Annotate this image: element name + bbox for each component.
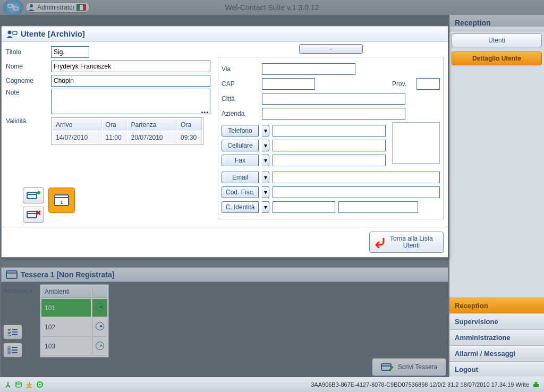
tessera-header: Tessera 1 [Non Registrata] [1, 267, 448, 282]
user-detail-panel: Utente [Archivio] Titolo Nome Cognome [1, 25, 448, 258]
svg-rect-13 [6, 271, 17, 278]
svg-rect-5 [27, 192, 37, 199]
env-row-103[interactable]: 103 [41, 338, 107, 356]
dash-button[interactable]: - [299, 44, 363, 54]
input-citta[interactable] [262, 93, 405, 105]
input-prov[interactable] [416, 78, 440, 90]
label-cognome: Cognome [6, 77, 51, 84]
status-icon-4 [36, 381, 44, 388]
input-fax[interactable] [273, 155, 386, 166]
flag-italy-icon [76, 4, 86, 11]
svg-point-2 [30, 4, 33, 7]
admin-chip[interactable]: Administrator [26, 2, 90, 13]
section-amministrazione[interactable]: Amministrazione [449, 329, 544, 345]
section-allarmi[interactable]: Allarmi / Messaggi [449, 345, 544, 361]
input-cidentita-2[interactable] [338, 201, 418, 213]
section-logout[interactable]: Logout [449, 361, 544, 377]
input-cap[interactable] [262, 78, 315, 90]
tessera-panel: Tessera 1 [Non Registrata] Accesso a [1, 267, 448, 377]
panel-title: Utente [Archivio] [21, 29, 85, 38]
svg-rect-1 [14, 7, 18, 10]
svg-point-3 [8, 30, 12, 34]
status-icon-1 [4, 381, 12, 388]
svg-rect-9 [27, 211, 37, 218]
panel-header: Utente [Archivio] [2, 26, 448, 42]
input-note[interactable] [51, 89, 210, 114]
label-titolo: Titolo [6, 48, 51, 56]
label-validita: Validità [6, 117, 51, 125]
svg-rect-18 [8, 347, 10, 348]
clock-icon [96, 342, 104, 350]
checklist-button[interactable] [3, 325, 22, 339]
topbar: Administrator Wel-Contact Suite v.1.3.0.… [0, 0, 544, 15]
clock-icon [96, 303, 104, 311]
section-supervisione[interactable]: Supervisione [449, 313, 544, 329]
th-ora1: Ora [103, 119, 127, 131]
input-email[interactable] [273, 172, 440, 183]
input-nome[interactable] [51, 61, 210, 72]
cidentita-dropdown-icon[interactable]: ▾ [262, 201, 269, 213]
th-clock [92, 286, 107, 298]
section-reception[interactable]: Reception [449, 297, 544, 313]
svg-rect-20 [8, 352, 10, 354]
label-cap: CAP [222, 80, 259, 88]
cellulare-button[interactable]: Cellulare [222, 140, 259, 151]
validity-row[interactable]: 14/07/2010 11:00 20/07/2010 09:30 [53, 132, 202, 143]
add-card-button[interactable] [23, 188, 44, 203]
fax-dropdown-icon[interactable]: ▾ [262, 155, 269, 166]
admin-label: Administrator [37, 4, 75, 11]
input-titolo[interactable] [51, 46, 89, 58]
input-codfisc[interactable] [273, 186, 440, 198]
env-row-102[interactable]: 102 [41, 318, 107, 336]
statusbar: 3AA906B3-867E-4127-8078-C9BD07536898 12/… [0, 377, 544, 392]
th-partenza: Partenza [128, 119, 176, 131]
photo-box[interactable] [392, 122, 440, 164]
th-ora2: Ora [177, 119, 202, 131]
sidebar-title: Reception [449, 15, 544, 31]
clock-icon [96, 322, 104, 330]
input-azienda[interactable] [262, 108, 405, 120]
svg-point-29 [39, 384, 41, 386]
telefono-button[interactable]: Telefono [222, 125, 259, 137]
input-via[interactable] [262, 63, 355, 75]
list-button[interactable] [3, 343, 22, 357]
label-azienda: Azienda [222, 110, 259, 117]
back-to-users-button[interactable]: Torna alla Lista Utenti [369, 232, 444, 253]
card-1-selected[interactable]: 1 [48, 188, 75, 213]
tessera-title: Tessera 1 [Non Registrata] [21, 270, 114, 279]
env-row-101[interactable]: 101 [41, 299, 107, 317]
cidentita-button[interactable]: C. Identità [222, 201, 259, 213]
svg-rect-4 [13, 31, 17, 35]
svg-rect-30 [533, 384, 539, 387]
fax-button[interactable]: Fax [222, 155, 259, 166]
status-text: 3AA906B3-867E-4127-8078-C9BD07536898 12/… [311, 381, 529, 388]
environments-table: Ambienti 101 102 [40, 284, 109, 357]
codfisc-button[interactable]: Cod. Fisc. [222, 186, 259, 198]
email-button[interactable]: Email [222, 172, 259, 183]
label-note: Note [6, 89, 51, 96]
status-icon-2 [15, 381, 22, 388]
cellulare-dropdown-icon[interactable]: ▾ [262, 140, 269, 151]
input-cellulare[interactable] [273, 140, 386, 151]
write-card-button[interactable]: Scrivi Tessera [372, 358, 446, 376]
sidebar: Reception Utenti Dettaglio Utente Recept… [449, 15, 544, 377]
input-cognome[interactable] [51, 75, 210, 87]
sidebar-dettaglio-button[interactable]: Dettaglio Utente [452, 52, 542, 65]
telefono-dropdown-icon[interactable]: ▾ [262, 125, 269, 137]
input-cidentita-1[interactable] [273, 201, 335, 213]
input-telefono[interactable] [273, 125, 386, 137]
remove-card-button[interactable] [23, 207, 44, 223]
validity-table: Arrivo Ora Partenza Ora 14/07/2010 11:00… [51, 117, 203, 145]
email-dropdown-icon[interactable]: ▾ [262, 172, 269, 183]
th-ambienti: Ambienti [41, 286, 91, 298]
label-accesso: Accesso a [3, 284, 38, 295]
label-via: Via [222, 65, 259, 73]
label-nome: Nome [6, 63, 51, 70]
expand-icon[interactable]: ••• [201, 109, 209, 115]
svg-point-26 [16, 382, 21, 384]
svg-rect-0 [8, 4, 12, 7]
status-icon-3 [26, 381, 33, 388]
sidebar-utenti-button[interactable]: Utenti [452, 33, 542, 47]
status-icon-end [532, 381, 540, 388]
codfisc-dropdown-icon[interactable]: ▾ [262, 186, 269, 198]
